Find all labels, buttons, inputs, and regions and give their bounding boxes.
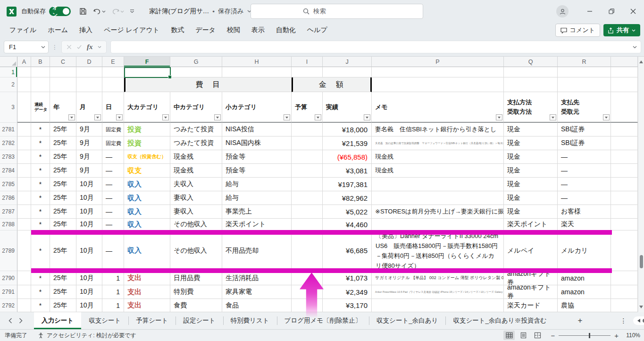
cell-category-2781[interactable]: 投資 [124, 123, 170, 136]
cell-payment-2781[interactable]: 現金 [504, 123, 558, 136]
header-large-category[interactable]: 大カテゴリ [124, 92, 170, 123]
insert-function-button[interactable]: fx [87, 43, 93, 51]
zoom-out-button[interactable]: − [551, 332, 555, 340]
account-icon[interactable] [556, 5, 569, 17]
row-header-2785[interactable]: 2785 [0, 178, 17, 191]
vertical-scrollbar[interactable] [638, 57, 644, 312]
cell-a-2784[interactable] [17, 164, 31, 178]
cell-month-2788[interactable]: 10月 [76, 219, 102, 230]
ribbon-tab-6[interactable]: 校閲 [221, 24, 246, 37]
merged-header-himoku[interactable]: 費 目 [124, 77, 292, 92]
cell-mid-category-2782[interactable]: つみたて投資 [170, 136, 222, 150]
cell-day-2792[interactable]: 1 [102, 299, 124, 312]
cell-year-2784[interactable]: 25年 [50, 164, 76, 178]
cell-extra-2788[interactable] [611, 219, 638, 230]
restore-button[interactable] [601, 0, 622, 23]
cell-category-2782[interactable]: 投資 [124, 136, 170, 150]
cell-month-2785[interactable]: 10月 [76, 178, 102, 191]
filter-button-actual[interactable] [364, 114, 370, 120]
cell-year-2791[interactable]: 25年 [50, 285, 76, 299]
cell-budget-2784[interactable] [292, 164, 323, 178]
cell-payee-2790[interactable]: amazon [558, 271, 611, 285]
cell-actual-2782[interactable]: ¥21,539 [323, 136, 372, 150]
cell-extra-2787[interactable] [611, 205, 638, 219]
cell-mid-category-2787[interactable]: 妻収入 [170, 205, 222, 219]
sheet-tab-3[interactable]: 設定シート [176, 312, 223, 329]
ribbon-tab-5[interactable]: データ [190, 24, 221, 37]
cell-budget-2787[interactable] [292, 205, 323, 219]
cell-actual-2792[interactable]: ¥3,170 [323, 299, 372, 312]
cell-B1[interactable] [31, 67, 50, 77]
cell-category-2784[interactable]: 収支 [124, 164, 170, 178]
header-small-category[interactable]: 小カテゴリ [222, 92, 292, 123]
cell-extra-2789[interactable] [611, 230, 638, 271]
cell-mid-category-2783[interactable]: 現金残 [170, 150, 222, 164]
cell-actual-2790[interactable]: ¥1,073 [323, 271, 372, 285]
cell-row2-a[interactable] [17, 77, 31, 92]
cell-autofill-2782[interactable]: * [31, 136, 50, 150]
horizontal-scrollbar[interactable] [633, 316, 644, 325]
cell-day-2783[interactable]: — [102, 150, 124, 164]
cell-payee-2788[interactable]: 楽天 [558, 219, 611, 230]
cell-category-2786[interactable]: 収入 [124, 191, 170, 205]
cell-C1[interactable] [50, 67, 76, 77]
column-header-Q[interactable]: Q [504, 57, 558, 67]
cell-small-category-2791[interactable]: 家具家電 [222, 285, 292, 299]
header-budget[interactable]: 予算 [292, 92, 323, 123]
cell-actual-2783[interactable]: (¥65,858) [323, 150, 372, 164]
normal-view-button[interactable] [503, 331, 515, 340]
cell-payment-2783[interactable]: 現金 [504, 150, 558, 164]
cell-mid-category-2790[interactable]: 日用品費 [170, 271, 222, 285]
column-header-B[interactable]: B [31, 57, 50, 67]
cell-budget-2790[interactable] [292, 271, 323, 285]
cell-day-2788[interactable]: — [102, 219, 124, 230]
column-header-C[interactable]: C [50, 57, 76, 67]
cell-a-2789[interactable] [17, 230, 31, 271]
cell-month-2787[interactable]: 10月 [76, 205, 102, 219]
cell-row2-b[interactable] [31, 77, 50, 92]
cell-year-2790[interactable]: 25年 [50, 271, 76, 285]
scroll-down-icon[interactable] [639, 306, 643, 310]
cell-payee-2787[interactable]: お客様 [558, 205, 611, 219]
cell-autofill-2787[interactable]: * [31, 205, 50, 219]
cell-1[interactable] [611, 67, 638, 77]
cell-payment-2789[interactable]: メルペイ [504, 230, 558, 271]
cell-small-category-2784[interactable]: 預金等 [222, 164, 292, 178]
cell-category-2792[interactable]: 支出 [124, 299, 170, 312]
column-header-J[interactable]: J [323, 57, 372, 67]
ribbon-tab-8[interactable]: 自動化 [270, 24, 301, 37]
cell-payee-2782[interactable]: SBI証券 [558, 136, 611, 150]
column-header-partial[interactable] [611, 57, 638, 67]
cell-autofill-2789[interactable]: * [31, 230, 50, 271]
ribbon-tab-3[interactable]: ページ レイアウト [98, 24, 165, 37]
cell-G1[interactable] [170, 67, 222, 77]
cell-row2-extra[interactable] [611, 77, 638, 92]
cell-payee-2786[interactable]: — [558, 191, 611, 205]
header-month[interactable]: 月 [76, 92, 102, 123]
cell-payee-2789[interactable]: メルカリ [558, 230, 611, 271]
cell-R1[interactable] [558, 67, 611, 77]
comments-button[interactable]: コメント [555, 24, 600, 37]
customize-qat-button[interactable] [127, 8, 137, 15]
cell-autofill-2790[interactable]: * [31, 271, 50, 285]
cell-payee-2792[interactable]: 農協 [558, 299, 611, 312]
cell-memo-2790[interactable]: サガミオリジナル 【単品】 002 コンドーム 薄型 ポリウレタン製 0.02ミ… [372, 271, 504, 285]
column-header-A[interactable]: A [17, 57, 31, 67]
cell-a-2792[interactable] [17, 299, 31, 312]
cell-memo-2788[interactable] [372, 219, 504, 230]
column-header-E[interactable]: E [102, 57, 124, 67]
cell-row2-payee[interactable] [558, 77, 611, 92]
cell-mid-category-2784[interactable]: 現金残 [170, 164, 222, 178]
cell-autofill-2786[interactable]: * [31, 191, 50, 205]
cell-month-2792[interactable]: 10月 [76, 299, 102, 312]
header-year[interactable]: 年 [50, 92, 76, 123]
cell-actual-2789[interactable]: ¥6,685 [323, 230, 372, 271]
cell-small-category-2788[interactable]: 楽天ポイント [222, 219, 292, 230]
cell-actual-2785[interactable]: ¥197,381 [323, 178, 372, 191]
cell-mid-category-2781[interactable]: つみたて投資 [170, 123, 222, 136]
save-button[interactable] [76, 5, 90, 17]
filter-button-year[interactable] [68, 114, 75, 120]
cell-day-2785[interactable]: — [102, 178, 124, 191]
cell-payee-2791[interactable]: amazon [558, 285, 611, 299]
cell-row2-pay[interactable] [504, 77, 558, 92]
